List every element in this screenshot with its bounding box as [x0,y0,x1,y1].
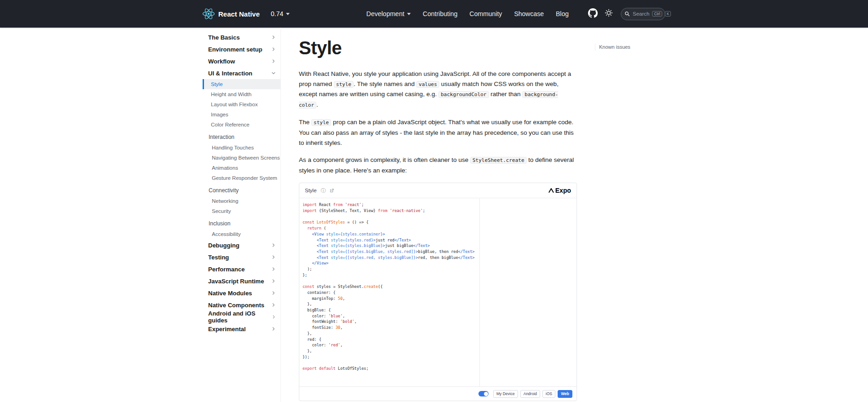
preview-pane [479,198,577,386]
sidebar-category-performance[interactable]: Performance [203,263,280,275]
sidebar-item-style[interactable]: Style [203,79,280,89]
code-line: </View> [303,260,479,266]
sidebar-item-height-and-width[interactable]: Height and Width [203,89,280,99]
code-line: export default LotsOfStyles; [303,366,479,372]
sidebar-category-label: Workflow [208,58,235,65]
sidebar-subcategory-interaction[interactable]: Interaction [203,132,280,143]
toc-link-known-issues[interactable]: Known issues [599,44,630,51]
main-content: Style With React Native, you style your … [299,28,577,402]
code-line: }, [303,348,479,354]
device-tab-ios[interactable]: iOS [542,390,555,398]
device-tab-my-device[interactable]: My Device [493,390,518,398]
sidebar-category-label: Debugging [208,242,239,249]
toc-list: Known issues [595,44,630,51]
preview-toggle[interactable] [478,391,489,396]
chevron-down-icon [286,13,290,15]
paragraph: As a component grows in complexity, it i… [299,155,577,175]
sidebar-category-workflow[interactable]: Workflow [203,55,280,67]
brand-link[interactable]: React Native [203,8,260,19]
chevron-right-icon [271,255,276,259]
sidebar-category-the-basics[interactable]: The Basics [203,31,280,43]
chevron-right-icon [271,279,276,283]
chevron-right-icon [271,303,276,307]
sidebar-category-label: Experimental [208,326,246,333]
sidebar-category-label: Performance [208,266,245,273]
sidebar-category-experimental[interactable]: Experimental [203,323,280,335]
search-placeholder: Search [633,11,649,17]
code-line [303,360,479,366]
chevron-right-icon [271,35,276,40]
sidebar-item-color-reference[interactable]: Color Reference [203,120,280,130]
device-tab-web[interactable]: Web [558,390,572,398]
chevron-right-icon [271,291,276,295]
code-line: const styles = StyleSheet.create({ [303,284,479,290]
github-link[interactable] [588,8,598,20]
sidebar-item-animations[interactable]: Animations [203,163,280,173]
inline-code: style [311,119,331,126]
nav-item-label: Showcase [514,10,544,17]
doc-paragraphs: With React Native, you style your applic… [299,69,577,175]
search-input[interactable]: Search Ctrl K [621,8,665,20]
nav-item-showcase[interactable]: Showcase [508,10,550,17]
nav-item-community[interactable]: Community [464,10,508,17]
nav-item-blog[interactable]: Blog [550,10,575,17]
code-editor[interactable]: import React from 'react';import {StyleS… [299,198,479,386]
doc-sidebar: The BasicsEnvironment setupWorkflowUI & … [203,28,281,402]
sidebar-item-accessibility[interactable]: Accessibility [203,229,280,239]
kbd-ctrl: Ctrl [652,11,662,17]
expo-logo[interactable]: Expo [548,187,571,194]
sidebar-category-javascript-runtime[interactable]: JavaScript Runtime [203,275,280,287]
inline-code: values [416,81,439,88]
sidebar-category-native-modules[interactable]: Native Modules [203,287,280,299]
paragraph: With React Native, you style your applic… [299,69,577,110]
nav-item-development[interactable]: Development [361,10,417,17]
inline-code: StyleSheet.create [470,157,527,164]
nav-item-label: Development [367,10,405,17]
code-line: }); [303,354,479,360]
sidebar-item-security[interactable]: Security [203,206,280,216]
playground-header: Style ⓘ Expo [299,183,577,198]
sidebar-category-android-and-ios-guides[interactable]: Android and iOS guides [203,311,280,323]
sidebar-category-debugging[interactable]: Debugging [203,239,280,251]
device-tabs: My DeviceAndroidiOSWeb [493,390,572,398]
sidebar-category-environment-setup[interactable]: Environment setup [203,43,280,55]
open-in-new-icon[interactable] [329,188,334,193]
sidebar-item-gesture-responder-system[interactable]: Gesture Responder System [203,173,280,183]
sidebar-category-label: Native Components [208,302,264,309]
version-dropdown[interactable]: 0.74 [271,10,290,17]
nav-item-label: Contributing [423,10,458,17]
react-logo-icon [203,8,215,19]
theme-toggle[interactable] [605,9,613,19]
info-icon[interactable]: ⓘ [321,187,326,194]
sidebar-item-layout-with-flexbox[interactable]: Layout with Flexbox [203,99,280,109]
nav-item-label: Community [470,10,502,17]
code-line: }, [303,301,479,307]
nav-item-contributing[interactable]: Contributing [417,10,464,17]
code-line: return ( [303,225,479,231]
page-container: The BasicsEnvironment setupWorkflowUI & … [203,28,665,402]
sidebar-category-ui-interaction[interactable]: UI & Interaction [203,67,280,79]
code-line: ); [303,266,479,272]
sidebar-category-testing[interactable]: Testing [203,251,280,263]
sidebar-subcategory-inclusion[interactable]: Inclusion [203,218,280,229]
sidebar-item-navigating-between-screens[interactable]: Navigating Between Screens [203,153,280,163]
sidebar-category-native-components[interactable]: Native Components [203,299,280,311]
paragraph: The style prop can be a plain old JavaSc… [299,117,577,148]
expo-brand-text: Expo [555,187,571,194]
code-line: marginTop: 50, [303,296,479,302]
sidebar-item-networking[interactable]: Networking [203,196,280,206]
chevron-right-icon [271,47,276,52]
chevron-down-icon [407,13,411,15]
code-line: fontSize: 30, [303,325,479,331]
code-line: <Text style={[styles.red, styles.bigBlue… [303,255,479,261]
playground-footer: My DeviceAndroidiOSWeb [299,386,577,401]
sidebar-subcategory-connectivity[interactable]: Connectivity [203,185,280,196]
expo-caret-icon [548,187,554,194]
code-line: import React from 'react'; [303,202,479,208]
sidebar-item-images[interactable]: Images [203,109,280,120]
kbd-k: K [665,11,671,17]
device-tab-android[interactable]: Android [520,390,540,398]
page-title: Style [299,38,577,58]
sidebar-item-handling-touches[interactable]: Handling Touches [203,143,280,153]
code-line: red: { [303,337,479,343]
